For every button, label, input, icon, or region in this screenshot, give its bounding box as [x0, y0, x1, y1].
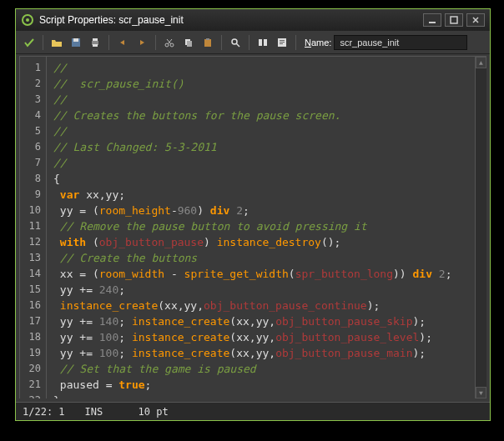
separator — [43, 35, 43, 50]
line-number: 17 — [20, 313, 41, 329]
status-fontsize: 10 pt — [139, 406, 172, 418]
name-label: Name: — [305, 38, 331, 48]
svg-rect-22 — [264, 39, 267, 46]
code-line: yy += 240; — [53, 282, 468, 298]
copy-button[interactable] — [180, 34, 197, 51]
code-line: } — [53, 393, 468, 398]
undo-button[interactable] — [114, 34, 131, 51]
svg-rect-21 — [259, 39, 262, 46]
vertical-scrollbar[interactable]: ▲ ▼ — [475, 57, 486, 398]
cut-button[interactable] — [161, 34, 178, 51]
minimize-button[interactable] — [423, 13, 441, 27]
line-number: 7 — [20, 155, 41, 171]
code-line: instance_create(xx,yy,obj_button_pause_c… — [53, 298, 468, 313]
code-line: { — [53, 171, 468, 187]
code-line: // Create the buttons — [53, 250, 468, 266]
svg-point-1 — [26, 18, 29, 22]
line-number: 22 — [20, 393, 41, 398]
code-line: yy += 100; instance_create(xx,yy,obj_but… — [53, 345, 468, 361]
check-button[interactable] — [274, 34, 290, 51]
window-controls — [423, 13, 485, 27]
line-number-gutter: 12345678910111213141516171819202122 — [20, 57, 47, 398]
open-button[interactable] — [48, 34, 65, 51]
separator — [108, 35, 109, 50]
separator — [221, 35, 222, 50]
code-line: with (obj_button_pause) instance_destroy… — [53, 234, 468, 250]
status-position: 1/22: 1 — [23, 406, 65, 418]
script-name-input[interactable] — [334, 35, 467, 50]
goto-button[interactable] — [255, 34, 271, 51]
line-number: 10 — [20, 203, 41, 218]
code-line: yy += 100; instance_create(xx,yy,obj_but… — [53, 329, 468, 345]
scroll-track[interactable] — [476, 68, 486, 387]
line-number: 18 — [20, 329, 41, 345]
line-number: 16 — [20, 298, 41, 313]
svg-rect-17 — [204, 39, 211, 47]
code-line: var xx,yy; — [53, 187, 468, 203]
app-icon — [21, 13, 34, 27]
svg-rect-18 — [206, 38, 209, 40]
line-number: 12 — [20, 234, 41, 250]
separator — [295, 35, 296, 50]
print-button[interactable] — [87, 34, 103, 51]
line-number: 6 — [20, 139, 41, 155]
svg-rect-25 — [280, 42, 285, 43]
code-line: // — [53, 155, 468, 171]
line-number: 3 — [20, 92, 41, 108]
svg-rect-26 — [280, 43, 283, 44]
paste-button[interactable] — [199, 34, 216, 51]
code-line: // — [53, 60, 468, 76]
confirm-button[interactable] — [21, 34, 38, 51]
script-properties-window: Script Properties: scr_pause_init Name: … — [15, 8, 491, 421]
svg-rect-16 — [187, 41, 192, 47]
line-number: 5 — [20, 123, 41, 139]
line-number: 4 — [20, 108, 41, 123]
svg-rect-10 — [93, 44, 98, 47]
line-number: 14 — [20, 266, 41, 282]
line-number: 13 — [20, 250, 41, 266]
separator — [155, 35, 156, 50]
code-line: // Remove the pause button to avoid pres… — [53, 218, 468, 234]
line-number: 9 — [20, 187, 41, 203]
window-title: Script Properties: scr_pause_init — [39, 14, 418, 26]
scroll-up-button[interactable]: ▲ — [476, 57, 486, 68]
find-button[interactable] — [227, 34, 244, 51]
svg-rect-2 — [429, 22, 436, 23]
line-number: 15 — [20, 282, 41, 298]
code-line: // Last Changed: 5-3-2011 — [53, 139, 468, 155]
svg-line-20 — [236, 43, 239, 47]
close-button[interactable] — [466, 13, 485, 27]
line-number: 20 — [20, 361, 41, 377]
code-line: // Set that the game is paused — [53, 361, 468, 377]
code-line: paused = true; — [53, 377, 468, 393]
code-line: // — [53, 92, 468, 108]
redo-button[interactable] — [134, 34, 150, 51]
line-number: 8 — [20, 171, 41, 187]
code-line: yy += 140; instance_create(xx,yy,obj_but… — [53, 313, 468, 329]
svg-rect-3 — [451, 17, 457, 23]
save-button[interactable] — [68, 34, 84, 51]
code-area[interactable]: //// scr_pause_init()//// Creates the bu… — [47, 57, 475, 398]
svg-rect-9 — [93, 38, 98, 41]
separator — [249, 35, 249, 50]
statusbar: 1/22: 1 INS 10 pt — [16, 402, 490, 420]
code-line: // — [53, 123, 468, 139]
code-line: // Creates the buttons for the pause scr… — [53, 108, 468, 123]
line-number: 19 — [20, 345, 41, 361]
titlebar[interactable]: Script Properties: scr_pause_init — [16, 9, 490, 31]
line-number: 11 — [20, 218, 41, 234]
code-line: // scr_pause_init() — [53, 76, 468, 92]
maximize-button[interactable] — [445, 13, 463, 27]
svg-rect-24 — [280, 40, 285, 41]
status-mode: INS — [85, 406, 118, 418]
code-editor: 12345678910111213141516171819202122 ////… — [19, 56, 486, 398]
line-number: 1 — [20, 60, 41, 76]
code-line: yy = (room_height-960) div 2; — [53, 203, 468, 218]
toolbar: Name: — [16, 31, 490, 54]
line-number: 2 — [20, 76, 41, 92]
line-number: 21 — [20, 377, 41, 393]
code-line: xx = (room_width - sprite_get_width(spr_… — [53, 266, 468, 282]
svg-rect-7 — [73, 38, 78, 42]
scroll-down-button[interactable]: ▼ — [476, 387, 486, 398]
